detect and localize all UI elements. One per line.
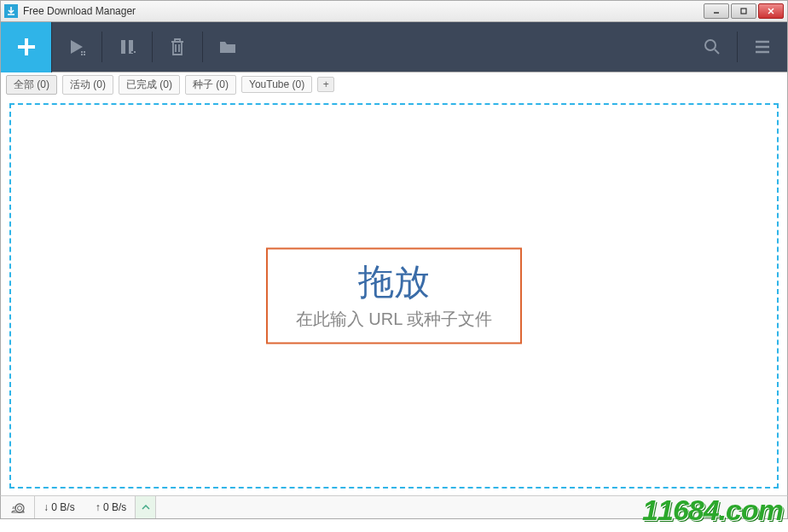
svg-rect-8 — [131, 51, 133, 53]
add-tab-button[interactable]: + — [317, 77, 334, 92]
search-button[interactable] — [687, 22, 737, 72]
close-button[interactable] — [758, 3, 784, 19]
tab-torrents[interactable]: 种子 (0) — [185, 75, 236, 95]
watermark: 11684.com — [642, 494, 783, 527]
add-download-button[interactable] — [1, 22, 52, 72]
main-content: 拖放 在此输入 URL 或种子文件 — [0, 96, 788, 495]
svg-rect-2 — [81, 51, 83, 53]
tab-all[interactable]: 全部 (0) — [6, 75, 57, 95]
minimize-button[interactable] — [704, 3, 729, 19]
snail-icon — [9, 500, 26, 514]
snail-mode-button[interactable] — [1, 496, 35, 518]
drop-subtitle: 在此输入 URL 或种子文件 — [285, 308, 503, 331]
menu-button[interactable] — [738, 22, 787, 72]
maximize-button[interactable] — [731, 3, 756, 19]
upload-speed: ↑ 0 B/s — [96, 501, 127, 513]
window-controls — [704, 3, 784, 19]
window-title: Free Download Manager — [23, 5, 704, 17]
svg-rect-5 — [84, 54, 85, 55]
svg-rect-1 — [741, 9, 746, 14]
drop-zone[interactable]: 拖放 在此输入 URL 或种子文件 — [9, 103, 779, 489]
svg-rect-4 — [81, 54, 83, 55]
tab-active[interactable]: 活动 (0) — [62, 75, 113, 95]
download-speed: ↓ 0 B/s — [43, 501, 75, 513]
svg-point-10 — [705, 40, 716, 50]
folder-button[interactable] — [203, 22, 252, 72]
svg-line-11 — [715, 49, 719, 54]
svg-rect-9 — [134, 51, 136, 53]
drop-prompt: 拖放 在此输入 URL 或种子文件 — [266, 248, 522, 344]
tab-completed[interactable]: 已完成 (0) — [119, 75, 180, 95]
speed-panel: ↓ 0 B/s ↑ 0 B/s — [35, 496, 136, 518]
tab-youtube[interactable]: YouTube (0) — [241, 76, 312, 93]
svg-rect-6 — [121, 40, 125, 54]
drop-title: 拖放 — [285, 258, 503, 306]
main-toolbar — [0, 22, 788, 72]
svg-point-16 — [17, 506, 21, 511]
app-icon — [4, 4, 18, 18]
filter-tabs: 全部 (0) 活动 (0) 已完成 (0) 种子 (0) YouTube (0)… — [0, 72, 788, 96]
svg-rect-3 — [84, 51, 85, 53]
svg-line-17 — [13, 506, 14, 509]
expand-panel-button[interactable] — [136, 496, 156, 518]
window-titlebar: Free Download Manager — [0, 0, 788, 22]
pause-button[interactable] — [102, 22, 152, 72]
chevron-up-icon — [142, 505, 150, 510]
start-button[interactable] — [52, 22, 101, 72]
delete-button[interactable] — [153, 22, 202, 72]
